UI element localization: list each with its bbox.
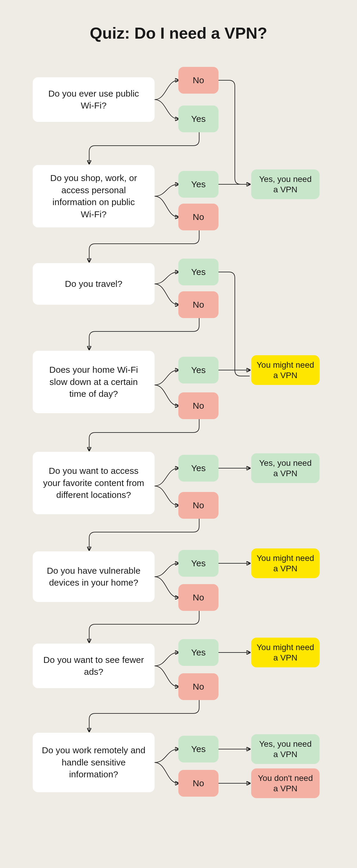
q3-answer-no: No (178, 291, 219, 318)
question-vulnerable-devices: Do you have vulnerable devices in your h… (33, 551, 155, 602)
q8-answer-yes: Yes (178, 736, 219, 763)
result-might-vpn-1: You might need a VPN (251, 355, 320, 385)
q2-answer-yes: Yes (178, 171, 219, 198)
q1-answer-yes: Yes (178, 105, 219, 132)
q6-answer-yes: Yes (178, 550, 219, 577)
q8-answer-no: No (178, 770, 219, 797)
question-fewer-ads: Do you want to see fewer ads? (33, 644, 155, 688)
result-might-vpn-2: You might need a VPN (251, 549, 320, 578)
result-need-vpn-2: Yes, you need a VPN (251, 453, 320, 483)
q7-answer-no: No (178, 673, 219, 700)
q5-answer-no: No (178, 492, 219, 519)
question-public-wifi: Do you ever use public Wi-Fi? (33, 77, 155, 122)
question-work-remotely: Do you work remotely and handle sensitiv… (33, 733, 155, 792)
q4-answer-yes: Yes (178, 357, 219, 383)
result-need-vpn-1: Yes, you need a VPN (251, 169, 320, 199)
question-wifi-slowdown: Does your home Wi‑Fi slow down at a cert… (33, 351, 155, 413)
question-shop-work-wifi: Do you shop, work, or access personal in… (33, 165, 155, 227)
question-travel: Do you travel? (33, 263, 155, 305)
q6-answer-no: No (178, 584, 219, 611)
q7-answer-yes: Yes (178, 639, 219, 666)
result-dont-need-vpn: You don't need a VPN (251, 768, 320, 798)
page-title: Quiz: Do I need a VPN? (0, 24, 357, 42)
question-content-locations: Do you want to access your favorite cont… (33, 452, 155, 514)
result-might-vpn-3: You might need a VPN (251, 638, 320, 668)
q2-answer-no: No (178, 204, 219, 230)
q5-answer-yes: Yes (178, 455, 219, 482)
q4-answer-no: No (178, 392, 219, 419)
result-need-vpn-3: Yes, you need a VPN (251, 734, 320, 764)
q3-answer-yes: Yes (178, 259, 219, 285)
q1-answer-no: No (178, 67, 219, 94)
